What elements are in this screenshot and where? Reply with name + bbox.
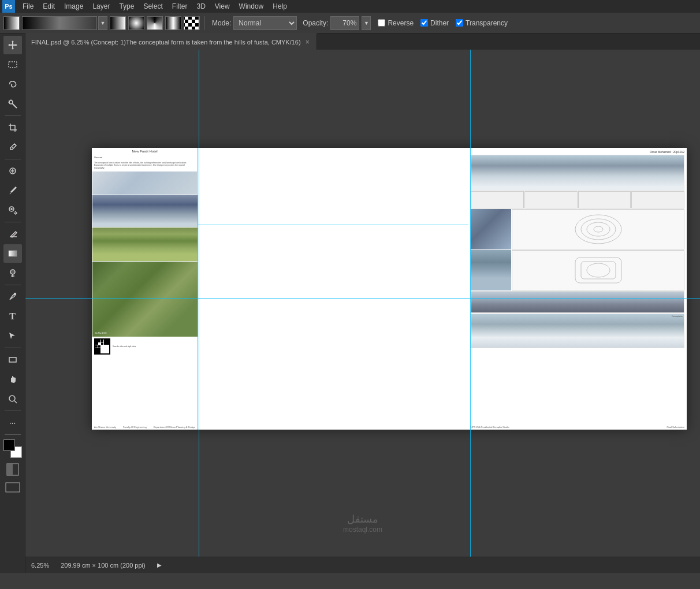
transparency-checkbox[interactable]: [456, 19, 463, 27]
type-tool[interactable]: T: [3, 307, 22, 326]
svg-point-22: [14, 293, 16, 295]
menu-select[interactable]: Select: [139, 1, 166, 12]
dodge-tool[interactable]: [3, 264, 22, 282]
tool-separator-6: [5, 411, 21, 411]
zoom-tool[interactable]: [3, 390, 22, 408]
footer-university: Ain Shams University: [94, 426, 116, 428]
status-bar: 6.25% 209.99 cm × 100 cm (200 ppi) ▶: [25, 557, 700, 573]
dither-label[interactable]: Dither: [430, 19, 449, 27]
left-sketch-area: [92, 172, 197, 195]
gradient-radial-button[interactable]: [128, 16, 144, 30]
gradient-swatch[interactable]: [22, 16, 97, 30]
menu-3d[interactable]: 3D: [192, 1, 209, 12]
menu-type[interactable]: Type: [115, 1, 138, 12]
menu-help[interactable]: Help: [269, 1, 291, 12]
options-bar: ▼ Mode: Normal Dissolve Darken Multiply …: [0, 13, 700, 33]
crop-tool[interactable]: [3, 118, 22, 137]
lasso-tool[interactable]: [3, 75, 22, 94]
right-section-4: [631, 191, 684, 208]
canvas-area: FINAL.psd @ 6.25% (Concept: 1)The concep…: [25, 33, 700, 573]
path-selection-tool[interactable]: [3, 327, 22, 345]
svg-rect-18: [9, 251, 17, 256]
opacity-dropdown-arrow[interactable]: ▼: [362, 16, 371, 30]
left-site-plan: Site Plan 1:600: [92, 262, 198, 337]
document-tab[interactable]: FINAL.psd @ 6.25% (Concept: 1)The concep…: [25, 33, 317, 50]
ps-logo: Ps: [2, 0, 15, 13]
document-tab-close[interactable]: ×: [304, 38, 311, 46]
right-plan-drawing-1: [512, 209, 684, 249]
transparency-checkbox-group: Transparency: [456, 19, 508, 27]
color-swatches[interactable]: [3, 439, 22, 458]
menu-image[interactable]: Image: [60, 1, 87, 12]
right-render-photo-1: [471, 209, 511, 249]
opacity-label: Opacity:: [303, 19, 328, 27]
svg-rect-27: [7, 464, 13, 475]
right-section-drawings: [471, 191, 684, 208]
reverse-checkbox-group: Reverse: [378, 19, 414, 27]
reverse-label[interactable]: Reverse: [388, 19, 414, 27]
gradient-preset-box[interactable]: [3, 16, 20, 30]
viewport-guide-h1: [25, 298, 700, 299]
svg-line-5: [9, 100, 10, 101]
gradient-diamond-button[interactable]: [184, 16, 200, 30]
move-tool[interactable]: [3, 36, 22, 54]
screen-mode-button[interactable]: [5, 482, 21, 495]
svg-rect-23: [9, 357, 16, 362]
canvas-viewport[interactable]: New Fustit Hotel General The conceptual …: [25, 50, 700, 557]
gradient-tool[interactable]: [3, 244, 22, 263]
pen-tool[interactable]: [3, 288, 22, 306]
svg-line-25: [14, 401, 17, 403]
menu-edit[interactable]: Edit: [39, 1, 59, 12]
zoom-level: 6.25%: [31, 562, 49, 569]
document-dimensions: 209.99 cm × 100 cm (200 ppi): [61, 562, 145, 569]
mode-select[interactable]: Normal Dissolve Darken Multiply Screen O…: [233, 16, 297, 30]
svg-line-1: [12, 103, 17, 108]
status-arrow[interactable]: ▶: [157, 562, 162, 568]
right-footer-submission: Final Submission: [667, 426, 684, 428]
gradient-dropdown-arrow[interactable]: ▼: [98, 16, 107, 30]
eyedropper-tool[interactable]: [3, 138, 22, 156]
more-tools-button[interactable]: ···: [3, 413, 22, 432]
tool-separator-1: [5, 115, 21, 116]
svg-point-30: [581, 219, 616, 240]
left-page-title: New Fustit Hotel: [92, 148, 198, 155]
shape-tool[interactable]: [3, 351, 22, 369]
qr-scan-text: Scan for video and night shots: [113, 345, 136, 348]
right-render-photo-2: [471, 250, 511, 290]
quick-mask-button[interactable]: [5, 461, 21, 479]
left-qr-area: Scan for video and night shots: [92, 337, 198, 356]
left-page-concept-label: General: [92, 155, 198, 161]
svg-rect-33: [575, 258, 621, 283]
hand-tool[interactable]: [3, 370, 22, 389]
right-footer-studio: UPR 251-Residential Complex Studio: [471, 426, 509, 428]
gradient-linear-button[interactable]: [110, 16, 126, 30]
viewport-guide-v2: [470, 50, 471, 557]
gradient-reflected-button[interactable]: [165, 16, 181, 30]
watermark: مستقل mostaql.com: [343, 513, 382, 534]
marquee-tool[interactable]: [3, 55, 22, 74]
menu-view[interactable]: View: [211, 1, 234, 12]
svg-point-2: [9, 100, 13, 104]
menu-file[interactable]: File: [18, 1, 38, 12]
foreground-color-swatch[interactable]: [3, 439, 15, 451]
eraser-tool[interactable]: [3, 225, 22, 243]
right-interior-render: Contemplation: [471, 314, 684, 348]
menu-window[interactable]: Window: [235, 1, 268, 12]
magic-wand-tool[interactable]: [3, 95, 22, 113]
gradient-angle-button[interactable]: [147, 16, 163, 30]
menu-layer[interactable]: Layer: [88, 1, 114, 12]
opacity-input[interactable]: [330, 16, 359, 30]
clone-stamp-tool[interactable]: [3, 201, 22, 219]
document-tab-title: FINAL.psd @ 6.25% (Concept: 1)The concep…: [31, 39, 301, 46]
brush-tool[interactable]: [3, 181, 22, 200]
healing-brush-tool[interactable]: [3, 162, 22, 180]
transparency-label[interactable]: Transparency: [466, 19, 508, 27]
menu-filter[interactable]: Filter: [168, 1, 192, 12]
reverse-checkbox[interactable]: [378, 19, 385, 27]
dither-checkbox[interactable]: [420, 19, 428, 27]
tool-separator-7: [5, 434, 21, 435]
tab-bar: FINAL.psd @ 6.25% (Concept: 1)The concep…: [25, 33, 700, 50]
gradient-swatch-container: ▼: [22, 16, 107, 30]
svg-point-29: [575, 215, 621, 244]
right-section-2: [524, 191, 578, 208]
